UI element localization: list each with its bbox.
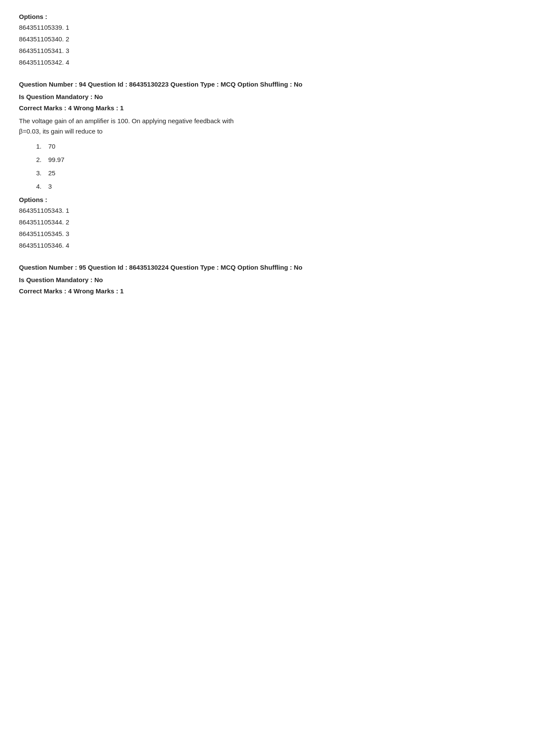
question-94-section: Question Number : 94 Question Id : 86435… xyxy=(19,80,515,249)
question-94-meta: Question Number : 94 Question Id : 86435… xyxy=(19,80,515,90)
option-94-id-2: 864351105344 xyxy=(19,218,62,226)
option-94-item-3: 864351105345. 3 xyxy=(19,230,515,237)
option-94-item-1: 864351105343. 1 xyxy=(19,207,515,214)
option-item-4: 864351105342. 4 xyxy=(19,59,515,66)
option-id-4: 864351105342 xyxy=(19,59,62,66)
option-num-3: 3 xyxy=(65,47,69,54)
option-94-id-4: 864351105346 xyxy=(19,242,62,249)
option-94-num-3: 3 xyxy=(65,230,69,237)
answer-94-3-num: 3. xyxy=(36,169,48,177)
answer-94-3-val: 25 xyxy=(48,169,56,177)
answer-94-4-val: 3 xyxy=(48,183,52,190)
option-id-3: 864351105341 xyxy=(19,47,62,54)
option-94-num-4: 4 xyxy=(65,242,69,249)
question-94-mandatory: Is Question Mandatory : No xyxy=(19,92,515,102)
question-94-line1: The voltage gain of an amplifier is 100.… xyxy=(19,117,234,124)
answer-94-4-num: 4. xyxy=(36,183,48,190)
options-94-label: Options : xyxy=(19,196,515,203)
question-94-line2: β=0.03, its gain will reduce to xyxy=(19,128,102,135)
answer-94-2: 2. 99.97 xyxy=(36,156,515,163)
option-item-2: 864351105340. 2 xyxy=(19,35,515,43)
answer-94-4: 4. 3 xyxy=(36,183,515,190)
question-94-answers: 1. 70 2. 99.97 3. 25 4. 3 xyxy=(36,143,515,190)
option-94-item-4: 864351105346. 4 xyxy=(19,242,515,249)
answer-94-2-val: 99.97 xyxy=(48,156,65,163)
options-top-section: Options : 864351105339. 1 864351105340. … xyxy=(19,13,515,66)
option-id-1: 864351105339 xyxy=(19,24,62,31)
answer-94-1-num: 1. xyxy=(36,143,48,150)
answer-94-1: 1. 70 xyxy=(36,143,515,150)
option-94-num-1: 1 xyxy=(65,207,69,214)
option-id-2: 864351105340 xyxy=(19,35,62,43)
question-95-meta: Question Number : 95 Question Id : 86435… xyxy=(19,263,515,273)
option-item-1: 864351105339. 1 xyxy=(19,24,515,31)
option-94-id-3: 864351105345 xyxy=(19,230,62,237)
question-94-marks: Correct Marks : 4 Wrong Marks : 1 xyxy=(19,104,515,112)
options-top-label: Options : xyxy=(19,13,515,20)
option-94-num-2: 2 xyxy=(65,218,69,226)
option-num-4: 4 xyxy=(65,59,69,66)
answer-94-1-val: 70 xyxy=(48,143,56,150)
option-num-1: 1 xyxy=(65,24,69,31)
option-num-2: 2 xyxy=(65,35,69,43)
question-95-mandatory: Is Question Mandatory : No xyxy=(19,275,515,285)
option-item-3: 864351105341. 3 xyxy=(19,47,515,54)
option-94-id-1: 864351105343 xyxy=(19,207,62,214)
question-95-marks: Correct Marks : 4 Wrong Marks : 1 xyxy=(19,287,515,295)
question-95-section: Question Number : 95 Question Id : 86435… xyxy=(19,263,515,295)
answer-94-2-num: 2. xyxy=(36,156,48,163)
question-94-text: The voltage gain of an amplifier is 100.… xyxy=(19,116,338,137)
answer-94-3: 3. 25 xyxy=(36,169,515,177)
option-94-item-2: 864351105344. 2 xyxy=(19,218,515,226)
